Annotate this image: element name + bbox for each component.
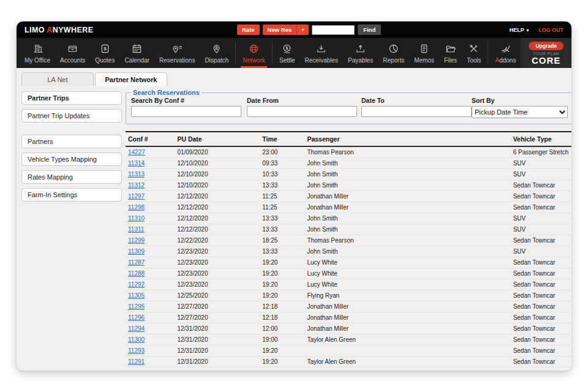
table-row: 1129612/27/202012:18Jonathan MillerSedan… [126,312,571,323]
sidebar-item-partners[interactable]: Partners [21,135,122,148]
nav-item-network[interactable]: Network [238,38,270,68]
conf-number-link[interactable]: 11310 [128,215,145,222]
find-button[interactable]: Find [358,24,381,35]
files-icon [445,43,456,57]
conf-number-link[interactable]: 11298 [128,204,145,211]
nav-item-label: Memos [414,57,434,64]
table-cell: 19:20 [260,257,304,268]
conf-number-link[interactable]: 14227 [128,149,145,156]
app-window: LIMO ANYWHERE Rate New Res ▼ Find HELP ▼… [17,21,571,371]
conf-number-link[interactable]: 11314 [128,160,145,167]
nav-item-label: My Office [24,57,50,64]
table-cell: 19:20 [260,279,304,290]
nav-item-settle[interactable]: $Settle [274,38,300,68]
accounts-icon [67,43,78,57]
table-cell: 6 Passenger Stretch [511,146,571,158]
table-header-row: Conf #PU DateTimePassengerVehicle Type [126,132,571,146]
reservations-table: Conf #PU DateTimePassengerVehicle Type 1… [126,131,571,368]
nav-item-my-office[interactable]: My Office [20,38,55,68]
nav-item-label: Reservations [159,57,195,64]
table-cell: Taylor Alen Green [304,356,510,368]
nav-item-reservations[interactable]: Reservations [154,38,200,68]
nav-item-tools[interactable]: Tools [462,38,486,68]
table-cell: 12/31/2020 [175,356,260,368]
nav-item-calendar[interactable]: Calendar [119,38,154,68]
conf-number-cell: 11292 [126,279,175,290]
nav-item-accounts[interactable]: Accounts [55,38,90,68]
table-row: 1131212/10/202013:33John SmithSedan Town… [126,180,571,191]
table-cell: Lucy White [304,257,510,268]
table-cell: Sedan Towncar [511,345,571,356]
conf-number-link[interactable]: 11299 [128,237,145,244]
conf-number-link[interactable]: 11296 [128,314,145,321]
sidebar-item-partner-trip-updates[interactable]: Partner Trip Updates [21,109,122,123]
table-cell: Sedan Towncar [511,334,571,345]
table-row: 1129212/23/202019:20Lucy WhiteSedan Town… [126,279,571,290]
table-cell: Sedan Towncar [511,290,571,301]
conf-number-link[interactable]: 11292 [128,281,145,288]
logo-text: LIMO [24,26,47,34]
table-row: 1129812/12/202011:25Jonathan MillerSedan… [126,202,571,213]
conf-number-link[interactable]: 11294 [128,325,145,332]
tools-icon [468,43,480,57]
conf-number-link[interactable]: 11312 [128,182,145,189]
sidebar-item-farm-in-settings[interactable]: Farm-In Settings [21,188,122,202]
table-cell: Taylor Alen Green [304,334,510,345]
nav-item-label: Quotes [95,57,115,64]
sort-by-select[interactable]: Pickup Date Time [472,106,568,118]
nav-item-label: Files [444,57,457,64]
new-res-label: New Res [263,24,297,35]
search-by-conf-input[interactable] [131,106,241,117]
upgrade-button[interactable]: Upgrade [529,42,563,50]
conf-number-cell: 11313 [126,169,175,180]
nav-item-addons[interactable]: Addons [490,38,521,68]
sidebar-item-vehicle-types-mapping[interactable]: Vehicle Types Mapping [21,153,122,166]
conf-number-link[interactable]: 11291 [128,358,145,365]
logout-link[interactable]: LOG OUT [538,27,564,33]
nav-item-memos[interactable]: Memos [409,38,439,68]
sidebar-item-rates-mapping[interactable]: Rates Mapping [21,170,122,184]
new-res-button[interactable]: New Res ▼ [263,24,309,35]
nav-item-quotes[interactable]: $Quotes [90,38,119,68]
rate-button[interactable]: Rate [237,24,260,35]
chevron-down-icon[interactable]: ▼ [296,24,309,35]
table-cell: Jonathan Miller [304,301,510,312]
conf-number-link[interactable]: 11300 [128,336,145,343]
conf-number-link[interactable]: 11293 [128,347,145,354]
table-cell: Flying Ryan [304,290,510,301]
table-cell: John Smith [304,180,510,191]
table-row: 1422701/09/202023:00Thomas Pearson6 Pass… [126,146,571,158]
sidebar-item-partner-trips[interactable]: Partner Trips [21,91,122,105]
nav-item-reports[interactable]: Reports [378,38,409,68]
conf-number-link[interactable]: 11295 [128,303,145,310]
date-to-input[interactable] [361,106,472,117]
network-icon [248,43,260,57]
table-cell: 12/25/2020 [175,290,260,301]
conf-number-link[interactable]: 11287 [128,259,145,266]
tab-partner-network[interactable]: Partner Network [95,72,167,86]
conf-number-link[interactable]: 11313 [128,171,145,178]
conf-number-cell: 11295 [126,301,175,312]
payables-icon [355,43,366,57]
table-cell: 12/12/2020 [175,191,260,202]
nav-item-label: Reports [383,57,404,64]
nav-item-files[interactable]: Files [439,38,462,68]
table-cell: 13:33 [260,224,304,235]
nav-item-payables[interactable]: Payables [343,38,378,68]
help-menu[interactable]: HELP ▼ [510,27,530,33]
nav-item-dispatch[interactable]: Dispatch [200,38,233,68]
conf-number-link[interactable]: 11305 [128,292,145,299]
tab-la-net[interactable]: LA Net [21,72,94,86]
conf-number-link[interactable]: 11297 [128,193,145,200]
column-header: Time [260,132,304,146]
nav-divider [235,42,236,64]
date-from-input[interactable] [247,106,357,117]
table-cell: 12/10/2020 [175,158,260,169]
conf-number-link[interactable]: 11309 [128,248,145,255]
conf-number-link[interactable]: 11288 [128,270,145,277]
quick-search-input[interactable] [312,25,355,35]
conf-number-cell: 11296 [126,312,175,323]
conf-number-link[interactable]: 11311 [128,226,144,233]
table-cell: 12:00 [260,323,304,334]
nav-item-receivables[interactable]: Receivables [300,38,343,68]
